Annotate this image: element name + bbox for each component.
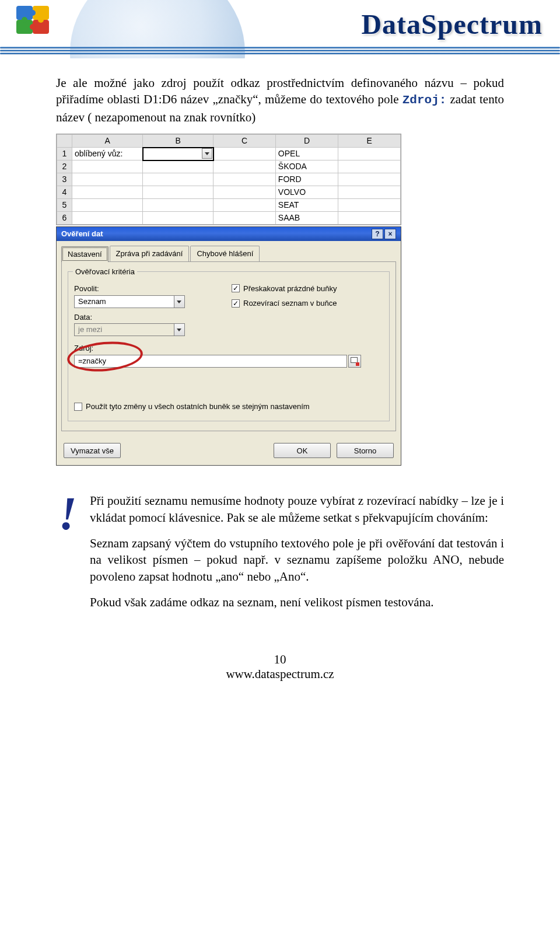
cell[interactable]	[214, 186, 276, 199]
chevron-down-icon[interactable]	[174, 296, 184, 308]
in-cell-dropdown-checkbox[interactable]: ✓ Rozevírací seznam v buňce	[232, 298, 337, 309]
allow-label: Povolit:	[74, 284, 197, 294]
cell[interactable]	[72, 199, 143, 212]
cell[interactable]	[143, 186, 214, 199]
cell[interactable]	[338, 160, 401, 173]
cell[interactable]	[72, 160, 143, 173]
svg-point-5	[30, 24, 36, 30]
range-picker-button[interactable]	[348, 355, 361, 368]
tab-settings[interactable]: Nastavení	[61, 246, 108, 262]
svg-point-7	[38, 17, 44, 23]
col-header-A[interactable]: A	[72, 135, 143, 148]
cell[interactable]: SEAT	[275, 199, 338, 212]
svg-point-6	[22, 17, 27, 23]
settings-pane: Ověřovací kritéria Povolit: Seznam ✓	[61, 261, 396, 432]
cell-E1[interactable]	[338, 148, 401, 160]
cell[interactable]: FORD	[275, 173, 338, 186]
row-header[interactable]: 6	[57, 212, 72, 225]
cell[interactable]	[338, 173, 401, 186]
data-validation-dialog: Ověření dat ? × Nastavení Zpráva při zad…	[56, 226, 401, 466]
page-number: 10	[0, 652, 560, 667]
col-header-D[interactable]: D	[275, 135, 338, 148]
row-header[interactable]: 1	[57, 148, 72, 160]
col-header-C[interactable]: C	[214, 135, 276, 148]
cell[interactable]	[143, 199, 214, 212]
row-header[interactable]: 3	[57, 173, 72, 186]
cell[interactable]	[214, 199, 276, 212]
data-combo-value: je mezi	[75, 324, 174, 335]
cell[interactable]	[214, 173, 276, 186]
data-label: Data:	[74, 312, 197, 323]
cancel-button[interactable]: Storno	[337, 443, 394, 458]
brand-logo-text: DataSpectrum	[361, 8, 542, 40]
checkbox-icon: ✓	[232, 299, 240, 308]
cell[interactable]: SAAB	[275, 212, 338, 225]
criteria-group: Ověřovací kritéria Povolit: Seznam ✓	[68, 271, 390, 422]
source-input-value: =značky	[78, 356, 106, 366]
note-paragraph-3: Pokud však zadáme odkaz na seznam, není …	[90, 594, 504, 610]
apply-all-checkbox[interactable]: Použít tyto změny u všech ostatních buně…	[74, 401, 310, 412]
ok-button[interactable]: OK	[274, 443, 331, 458]
intro-paragraph: Je ale možné jako zdroj použít odkaz pro…	[56, 75, 504, 125]
cell[interactable]: ŠKODA	[275, 160, 338, 173]
help-button[interactable]: ?	[372, 229, 383, 239]
puzzle-icon	[13, 4, 58, 40]
cell-B1-selected[interactable]	[143, 148, 214, 160]
cell[interactable]	[214, 160, 276, 173]
source-label: Zdroj:	[74, 344, 93, 352]
cell[interactable]	[214, 212, 276, 225]
allow-combo[interactable]: Seznam	[74, 295, 185, 308]
cell[interactable]	[338, 186, 401, 199]
dialog-tabs: Nastavení Zpráva při zadávání Chybové hl…	[57, 241, 401, 261]
criteria-legend: Ověřovací kritéria	[73, 267, 137, 277]
cell[interactable]	[338, 212, 401, 225]
in-cell-dropdown-label: Rozevírací seznam v buňce	[243, 298, 337, 309]
exclamation-icon: !	[56, 495, 79, 620]
data-combo: je mezi	[74, 323, 185, 336]
dropdown-icon[interactable]	[202, 148, 212, 159]
allow-combo-value: Seznam	[75, 296, 174, 307]
row-header[interactable]: 2	[57, 160, 72, 173]
cell[interactable]	[72, 212, 143, 225]
tab-input-message[interactable]: Zpráva při zadávání	[110, 246, 190, 261]
checkbox-icon	[74, 403, 82, 411]
tab-error-alert[interactable]: Chybové hlášení	[190, 246, 260, 261]
note-block: ! Při použití seznamu nemusíme hodnoty p…	[56, 493, 504, 620]
cell[interactable]	[143, 160, 214, 173]
cell-D1[interactable]: OPEL	[275, 148, 338, 160]
col-header-E[interactable]: E	[338, 135, 401, 148]
intro-zdroj-label: Zdroj:	[402, 93, 447, 107]
cell[interactable]: VOLVO	[275, 186, 338, 199]
close-button[interactable]: ×	[384, 229, 396, 239]
page-footer: 10 www.dataspectrum.cz	[0, 652, 560, 693]
checkbox-icon: ✓	[232, 284, 240, 292]
dialog-button-bar: Vymazat vše OK Storno	[57, 437, 401, 465]
cell[interactable]	[72, 173, 143, 186]
svg-point-4	[30, 10, 36, 16]
cell-A1[interactable]: oblíbený vůz:	[72, 148, 143, 160]
cell[interactable]	[143, 173, 214, 186]
row-header[interactable]: 5	[57, 199, 72, 212]
corner-cell	[57, 135, 72, 148]
page-header: DataSpectrum	[0, 0, 560, 58]
apply-all-label: Použít tyto změny u všech ostatních buně…	[86, 401, 310, 412]
cell[interactable]	[338, 199, 401, 212]
header-rule	[0, 47, 560, 55]
note-paragraph-2: Seznam zapsaný výčtem do vstupního texto…	[90, 535, 504, 585]
chevron-down-icon	[174, 324, 184, 336]
row-header[interactable]: 4	[57, 186, 72, 199]
dialog-title: Ověření dat	[61, 229, 103, 239]
spreadsheet-figure: A B C D E 1 oblíbený vůz: OPEL	[56, 134, 401, 225]
cell[interactable]	[72, 186, 143, 199]
footer-link[interactable]: www.dataspectrum.cz	[226, 667, 334, 681]
skip-blanks-checkbox[interactable]: ✓ Přeskakovat prázdné buňky	[232, 284, 337, 294]
col-header-B[interactable]: B	[143, 135, 214, 148]
cell[interactable]	[143, 212, 214, 225]
note-paragraph-1: Při použití seznamu nemusíme hodnoty pou…	[90, 493, 504, 526]
clear-all-button[interactable]: Vymazat vše	[64, 443, 121, 458]
cell-C1[interactable]	[214, 148, 276, 160]
dialog-titlebar[interactable]: Ověření dat ? ×	[57, 227, 401, 241]
skip-blanks-label: Přeskakovat prázdné buňky	[243, 284, 337, 294]
source-input[interactable]: =značky	[74, 355, 347, 368]
